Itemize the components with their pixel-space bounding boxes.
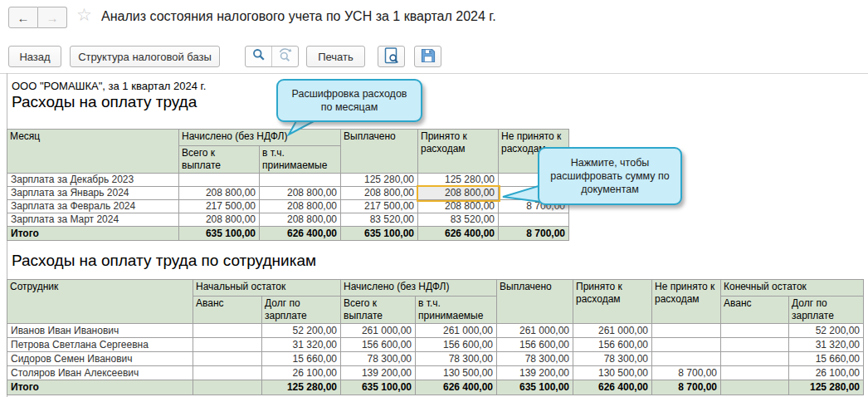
- search-icon: [252, 48, 266, 65]
- amount-cell[interactable]: 208 800,00: [260, 213, 341, 227]
- total-amount-cell[interactable]: 626 400,00: [416, 380, 497, 395]
- amount-cell[interactable]: 83 520,00: [341, 213, 418, 227]
- amount-cell[interactable]: 52 200,00: [789, 324, 864, 338]
- amount-cell[interactable]: 26 100,00: [789, 366, 864, 380]
- amount-cell[interactable]: [652, 352, 721, 366]
- amount-cell[interactable]: 15 660,00: [262, 352, 341, 366]
- amount-cell[interactable]: 139 200,00: [341, 366, 416, 380]
- table-row: Зарплата за Март 2024 208 800,00 208 800…: [7, 213, 569, 227]
- amount-cell[interactable]: [193, 366, 262, 380]
- total-amount-cell[interactable]: [721, 380, 789, 395]
- col-header-paid: Выплачено: [497, 280, 573, 324]
- section-title-salary-expenses: Расходы на оплату труда: [12, 93, 197, 111]
- save-button[interactable]: [414, 46, 441, 67]
- amount-cell[interactable]: 130 500,00: [573, 366, 652, 380]
- amount-cell[interactable]: [260, 174, 341, 187]
- amount-cell[interactable]: 208 800,00: [179, 213, 260, 227]
- total-label: Итого: [7, 380, 193, 395]
- amount-cell[interactable]: 208 800,00: [260, 187, 341, 200]
- amount-cell[interactable]: [652, 338, 721, 352]
- amount-cell[interactable]: 156 600,00: [416, 338, 497, 352]
- amount-cell[interactable]: 78 300,00: [497, 352, 573, 366]
- month-cell: Зарплата за Февраль 2024: [7, 200, 179, 213]
- amount-cell[interactable]: 261 000,00: [341, 324, 416, 338]
- total-amount-cell[interactable]: 635 100,00: [179, 227, 260, 241]
- col-header-not-accepted: Не принято к расходам: [652, 280, 721, 324]
- total-amount-cell[interactable]: 626 400,00: [573, 380, 652, 395]
- back-icon[interactable]: ←: [8, 7, 38, 28]
- history-nav: ← →: [8, 7, 67, 28]
- table-row: Петрова Светлана Сергеевна 31 320,00 156…: [7, 338, 864, 352]
- total-amount-cell[interactable]: 8 700,00: [499, 227, 569, 241]
- print-preview-button[interactable]: [378, 46, 405, 67]
- col-header-accrued-accepted: в т.ч. принимаемые: [416, 297, 497, 324]
- amount-cell[interactable]: [179, 174, 260, 187]
- table-row: Зарплата за Декабрь 2023 125 280,00 125 …: [7, 174, 569, 187]
- org-period-line: ООО "РОМАШКА", за 1 квартал 2024 г.: [12, 80, 206, 92]
- col-header-paid: Выплачено: [341, 130, 418, 174]
- col-header-closing-salary-debt: Долг по зарплате: [789, 297, 864, 324]
- total-amount-cell[interactable]: 635 100,00: [497, 380, 573, 395]
- amount-cell[interactable]: [193, 324, 262, 338]
- amount-cell[interactable]: [652, 324, 721, 338]
- search-button[interactable]: [246, 47, 271, 66]
- amount-cell[interactable]: 31 320,00: [789, 338, 864, 352]
- amount-cell[interactable]: 26 100,00: [262, 366, 341, 380]
- print-preview-icon: [384, 47, 399, 66]
- search-next-button[interactable]: [271, 47, 298, 66]
- forward-icon[interactable]: →: [38, 7, 67, 28]
- amount-cell[interactable]: 31 320,00: [262, 338, 341, 352]
- total-amount-cell[interactable]: 626 400,00: [418, 227, 499, 241]
- col-header-accepted: Принято к расходам: [418, 130, 499, 174]
- amount-cell[interactable]: [499, 213, 569, 227]
- col-header-opening-balance: Начальный остаток: [193, 280, 341, 297]
- amount-cell[interactable]: 208 800,00: [260, 200, 341, 213]
- highlighted-decipher-cell[interactable]: 208 800,00: [418, 187, 499, 200]
- amount-cell[interactable]: 8 700,00: [652, 366, 721, 380]
- amount-cell[interactable]: 130 500,00: [416, 366, 497, 380]
- favorite-star-icon[interactable]: ☆: [76, 5, 92, 25]
- amount-cell[interactable]: 208 800,00: [179, 187, 260, 200]
- amount-cell[interactable]: [721, 324, 789, 338]
- amount-cell[interactable]: [193, 338, 262, 352]
- total-amount-cell[interactable]: 635 100,00: [341, 380, 416, 395]
- amount-cell[interactable]: [193, 352, 262, 366]
- amount-cell[interactable]: [721, 338, 789, 352]
- amount-cell[interactable]: 156 600,00: [573, 338, 652, 352]
- total-amount-cell[interactable]: 125 280,00: [262, 380, 341, 395]
- amount-cell[interactable]: 156 600,00: [497, 338, 573, 352]
- amount-cell[interactable]: 217 500,00: [179, 200, 260, 213]
- amount-cell[interactable]: 208 800,00: [341, 187, 418, 200]
- total-amount-cell[interactable]: 635 100,00: [341, 227, 418, 241]
- amount-cell[interactable]: 261 000,00: [573, 324, 652, 338]
- amount-cell[interactable]: 15 660,00: [789, 352, 864, 366]
- amount-cell[interactable]: 261 000,00: [416, 324, 497, 338]
- amount-cell[interactable]: 78 300,00: [573, 352, 652, 366]
- amount-cell[interactable]: 83 520,00: [418, 213, 499, 227]
- amount-cell[interactable]: 78 300,00: [416, 352, 497, 366]
- total-amount-cell[interactable]: 125 280,00: [789, 380, 864, 395]
- search-button-group: [245, 46, 299, 67]
- amount-cell[interactable]: 217 500,00: [341, 200, 418, 213]
- amount-cell[interactable]: 156 600,00: [341, 338, 416, 352]
- amount-cell[interactable]: [721, 366, 789, 380]
- amount-cell[interactable]: 208 800,00: [418, 200, 499, 213]
- amount-cell[interactable]: 78 300,00: [341, 352, 416, 366]
- save-icon: [421, 48, 436, 66]
- amount-cell[interactable]: 261 000,00: [497, 324, 573, 338]
- amount-cell[interactable]: 52 200,00: [262, 324, 341, 338]
- total-row: Итого 635 100,00 626 400,00 635 100,00 6…: [7, 227, 569, 241]
- amount-cell[interactable]: 125 280,00: [341, 174, 418, 187]
- employee-cell: Петрова Светлана Сергеевна: [7, 338, 193, 352]
- amount-cell[interactable]: 125 280,00: [418, 174, 499, 187]
- amount-cell[interactable]: 139 200,00: [497, 366, 573, 380]
- print-button[interactable]: Печать: [306, 46, 365, 67]
- total-amount-cell[interactable]: 8 700,00: [652, 380, 721, 395]
- back-button[interactable]: Назад: [8, 46, 61, 67]
- amount-cell[interactable]: [721, 352, 789, 366]
- table-row: Иванов Иван Иванович 52 200,00 261 000,0…: [7, 324, 864, 338]
- section-title-salary-expenses-by-employee: Расходы на оплату труда по сотрудникам: [12, 252, 316, 270]
- tax-base-structure-button[interactable]: Структура налоговой базы: [70, 46, 220, 67]
- total-amount-cell[interactable]: [193, 380, 262, 395]
- total-amount-cell[interactable]: 626 400,00: [260, 227, 341, 241]
